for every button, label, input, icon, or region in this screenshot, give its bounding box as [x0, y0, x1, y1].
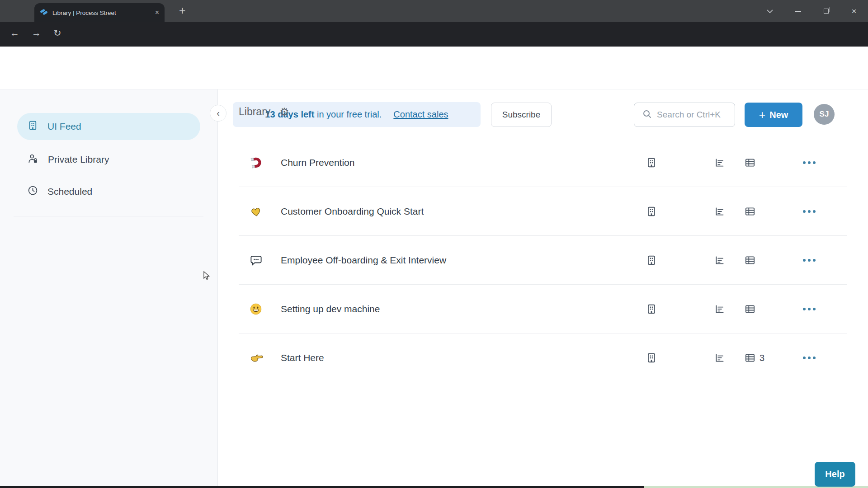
browser-tab[interactable]: Library | Process Street × — [34, 3, 165, 22]
forward-button[interactable]: → — [32, 28, 41, 38]
library-row-employee-offboarding[interactable]: Employee Off-boarding & Exit Interview — [239, 236, 847, 285]
taskbar-edge — [0, 486, 644, 488]
back-button[interactable]: ← — [10, 28, 19, 38]
library-row-start-here[interactable]: Start Here 3 — [239, 333, 847, 382]
tab-title: Library | Process Street — [52, 9, 151, 16]
more-menu-icon[interactable] — [803, 308, 816, 310]
sidebar-item-private-library[interactable]: Private Library — [17, 146, 200, 173]
avatar[interactable]: SJ — [814, 104, 835, 125]
page-title: Library — [239, 106, 270, 118]
browser-frame: Library | Process Street × + × — [0, 0, 868, 22]
report-chart-icon[interactable] — [714, 254, 726, 266]
organization-icon[interactable] — [646, 303, 657, 315]
report-chart-icon[interactable] — [714, 206, 726, 217]
screen: Library | Process Street × + × ← → ↻ app… — [0, 0, 868, 488]
clock-icon — [27, 185, 38, 198]
user-lock-icon — [27, 153, 39, 167]
search-box[interactable] — [634, 103, 735, 127]
library-row-churn-prevention[interactable]: Churn Prevention — [239, 138, 847, 187]
sidebar-item-ui-feed[interactable]: UI Feed — [17, 113, 200, 140]
organization-icon[interactable] — [646, 352, 657, 364]
workflow-title: Start Here — [281, 352, 324, 363]
search-input[interactable] — [657, 110, 728, 120]
organization-icon[interactable] — [646, 157, 657, 169]
plus-icon: + — [759, 109, 766, 121]
browser-toolbar: ← → ↻ app.process.st /library/folders/ho… — [0, 22, 868, 47]
yellow-heart-emoji — [250, 206, 264, 217]
window-close-button[interactable]: × — [840, 6, 868, 16]
organization-icon[interactable] — [646, 254, 657, 266]
workflow-title: Employee Off-boarding & Exit Interview — [281, 255, 446, 266]
dataset-table-icon[interactable] — [744, 206, 756, 217]
subscribe-button[interactable]: Subscribe — [491, 103, 552, 127]
favicon-process-street — [40, 8, 48, 18]
more-menu-icon[interactable] — [803, 357, 816, 359]
sidebar-item-scheduled[interactable]: Scheduled — [17, 178, 200, 205]
search-icon — [642, 109, 651, 120]
dataset-count: 3 — [760, 352, 764, 363]
report-chart-icon[interactable] — [714, 352, 726, 364]
grinning-face-emoji — [250, 303, 264, 315]
library-row-customer-onboarding[interactable]: Customer Onboarding Quick Start — [239, 187, 847, 236]
report-chart-icon[interactable] — [714, 303, 726, 315]
sidebar-item-label: Scheduled — [47, 186, 92, 197]
workflow-title: Setting up dev machine — [281, 304, 380, 314]
pointing-right-hand-emoji — [250, 352, 264, 363]
page-title-row: Library ⚙ — [239, 106, 289, 118]
new-button[interactable]: + New — [745, 103, 802, 127]
sidebar-collapse-button[interactable]: ‹ — [210, 105, 226, 122]
sidebar-item-label: Private Library — [48, 154, 109, 165]
library-row-dev-machine[interactable]: Setting up dev machine — [239, 285, 847, 333]
help-button[interactable]: Help — [815, 462, 855, 487]
sidebar-divider — [14, 216, 203, 216]
window-chevron-icon[interactable] — [756, 9, 784, 13]
more-menu-icon[interactable] — [803, 161, 816, 164]
dataset-table-icon[interactable] — [744, 254, 756, 266]
organization-icon[interactable] — [646, 206, 657, 217]
new-tab-button[interactable]: + — [179, 4, 186, 17]
workflow-title: Customer Onboarding Quick Start — [281, 206, 424, 217]
contact-sales-link[interactable]: Contact sales — [393, 109, 448, 120]
dataset-table-icon[interactable] — [744, 157, 756, 169]
sidebar-item-label: UI Feed — [47, 121, 81, 132]
more-menu-icon[interactable] — [803, 210, 816, 213]
app-header: Library Reports Inbox 18 13 days left in… — [0, 47, 868, 89]
dataset-table-icon[interactable] — [744, 303, 756, 315]
mouse-cursor — [202, 271, 211, 282]
sidebar: UI Feed Private Library Scheduled — [0, 89, 218, 488]
magnet-emoji — [250, 156, 264, 169]
workflow-title: Churn Prevention — [281, 157, 354, 168]
gear-icon[interactable]: ⚙ — [279, 107, 289, 117]
reload-button[interactable]: ↻ — [53, 28, 61, 38]
more-menu-icon[interactable] — [803, 259, 816, 262]
speech-bubble-emoji — [250, 254, 264, 266]
tab-close-icon[interactable]: × — [155, 9, 159, 17]
window-restore-button[interactable] — [812, 7, 840, 15]
report-chart-icon[interactable] — [714, 157, 726, 169]
dataset-table-icon[interactable] — [744, 352, 756, 364]
window-minimize-button[interactable] — [784, 7, 812, 15]
building-icon — [27, 120, 38, 133]
